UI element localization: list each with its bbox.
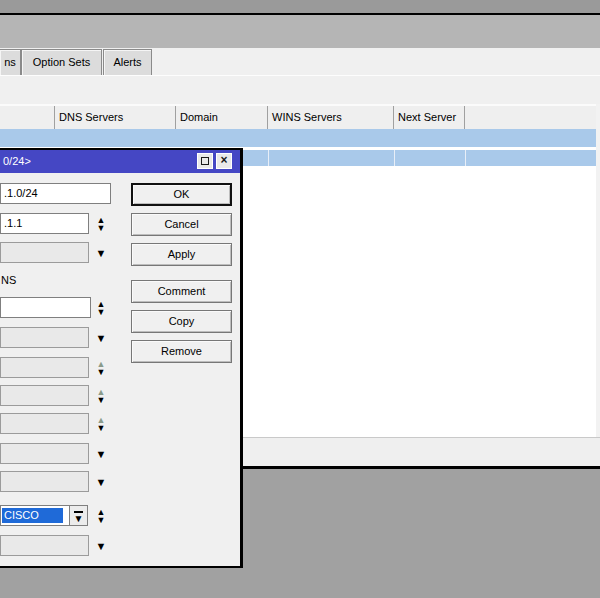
cell-separator bbox=[394, 150, 395, 166]
dropdown-arrow-icon[interactable]: ▼ bbox=[94, 536, 108, 556]
dropdown-arrow-icon[interactable]: ▼ bbox=[94, 328, 108, 348]
column-header-domain[interactable]: Domain bbox=[176, 106, 268, 129]
window-right-edge bbox=[596, 104, 600, 437]
domain-select[interactable] bbox=[0, 327, 89, 348]
table-header: DNS Servers Domain WINS Servers Next Ser… bbox=[0, 106, 600, 129]
gateway-input[interactable]: .1.1 bbox=[0, 213, 89, 234]
dns-section-label: NS bbox=[1, 273, 16, 288]
option-set-spinner[interactable]: ▲ ▼ bbox=[94, 508, 108, 524]
ntp-servers-field[interactable] bbox=[0, 385, 89, 406]
maximize-button[interactable] bbox=[197, 153, 213, 169]
column-header-empty[interactable] bbox=[0, 106, 55, 129]
tab-alerts[interactable]: Alerts bbox=[103, 49, 152, 75]
spinner-down-icon[interactable]: ▼ bbox=[94, 308, 108, 316]
toolbar-area bbox=[0, 75, 600, 104]
spinner-down-icon[interactable]: ▼ bbox=[94, 396, 108, 404]
dropdown-arrow-icon: ▼ bbox=[70, 512, 87, 526]
spinner-down-icon[interactable]: ▼ bbox=[94, 516, 108, 524]
dhcp-network-dialog: 0/24> × .1.0/24 .1.1 ▲ ▼ ▼ NS ▲ ▼ ▼ ▲ bbox=[0, 148, 243, 568]
dropdown-arrow-icon[interactable]: ▼ bbox=[94, 472, 108, 492]
dropdown-arrow-icon[interactable]: ▼ bbox=[94, 243, 108, 263]
ok-button[interactable]: OK bbox=[131, 183, 232, 206]
apply-button[interactable]: Apply bbox=[131, 243, 232, 266]
option-set-selected-value: CISCO bbox=[2, 508, 63, 523]
wins-servers-spinner[interactable]: ▲ ▼ bbox=[94, 360, 108, 376]
spinner-down-icon[interactable]: ▼ bbox=[94, 224, 108, 232]
option-set-combobox[interactable]: CISCO bbox=[0, 505, 70, 526]
caps-managers-field[interactable] bbox=[0, 413, 89, 434]
window-caption-band bbox=[0, 15, 600, 48]
comment-button[interactable]: Comment bbox=[131, 280, 232, 303]
column-header-next-server[interactable]: Next Server bbox=[394, 106, 465, 129]
dialog-titlebar[interactable]: 0/24> × bbox=[0, 150, 240, 173]
address-input[interactable]: .1.0/24 bbox=[0, 183, 111, 204]
maximize-icon bbox=[201, 157, 209, 165]
spinner-down-icon[interactable]: ▼ bbox=[94, 424, 108, 432]
wins-servers-field[interactable] bbox=[0, 357, 89, 378]
gateway-spinner[interactable]: ▲ ▼ bbox=[94, 216, 108, 232]
caps-managers-spinner[interactable]: ▲ ▼ bbox=[94, 416, 108, 432]
tab-options[interactable]: ns bbox=[0, 49, 21, 75]
ntp-servers-spinner[interactable]: ▲ ▼ bbox=[94, 388, 108, 404]
close-icon: × bbox=[220, 153, 227, 167]
dns-servers-input[interactable] bbox=[0, 297, 91, 318]
remove-button[interactable]: Remove bbox=[131, 340, 232, 363]
boot-file-select[interactable] bbox=[0, 471, 89, 492]
netmask-select[interactable] bbox=[0, 242, 89, 263]
table-row-selected-1[interactable] bbox=[0, 129, 596, 147]
column-header-wins-servers[interactable]: WINS Servers bbox=[268, 106, 394, 129]
dns-servers-spinner[interactable]: ▲ ▼ bbox=[94, 300, 108, 316]
next-server-select[interactable] bbox=[0, 443, 89, 464]
column-header-dns-servers[interactable]: DNS Servers bbox=[55, 106, 176, 129]
copy-button[interactable]: Copy bbox=[131, 310, 232, 333]
cell-separator bbox=[268, 150, 269, 166]
dhcp-option-select[interactable] bbox=[0, 535, 89, 556]
tab-strip: ns Option Sets Alerts bbox=[0, 48, 600, 75]
background-window-titlebar bbox=[0, 0, 600, 13]
cancel-button[interactable]: Cancel bbox=[131, 213, 232, 236]
close-button[interactable]: × bbox=[216, 153, 232, 169]
cell-separator bbox=[465, 150, 466, 166]
tab-option-sets[interactable]: Option Sets bbox=[21, 49, 102, 75]
option-set-dropdown-button[interactable]: ▼ bbox=[69, 505, 88, 526]
spinner-down-icon[interactable]: ▼ bbox=[94, 368, 108, 376]
dropdown-arrow-icon[interactable]: ▼ bbox=[94, 444, 108, 464]
column-header-spacer bbox=[465, 106, 600, 129]
dialog-title: 0/24> bbox=[3, 150, 31, 173]
winbox-screen: ns Option Sets Alerts DNS Servers Domain… bbox=[0, 0, 600, 598]
